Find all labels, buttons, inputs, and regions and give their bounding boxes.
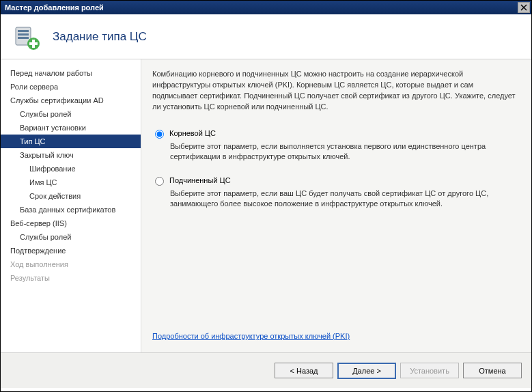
sidebar-item[interactable]: Подтверждение bbox=[1, 244, 141, 257]
sidebar-item: Ход выполнения bbox=[1, 257, 141, 271]
wizard-footer: < Назад Далее > Установить Отмена bbox=[1, 352, 531, 388]
sidebar-item[interactable]: Службы ролей bbox=[1, 107, 141, 121]
sidebar-item[interactable]: Службы сертификации AD bbox=[1, 94, 141, 107]
main-area: Перед началом работыРоли сервераСлужбы с… bbox=[1, 59, 531, 352]
radio-label: Корневой ЦС bbox=[169, 129, 216, 137]
svg-rect-4 bbox=[18, 33, 29, 36]
next-button[interactable]: Далее > bbox=[337, 363, 396, 379]
close-icon bbox=[520, 4, 527, 11]
intro-text: Комбинацию корневого и подчиненных ЦС мо… bbox=[152, 69, 516, 113]
pki-details-link[interactable]: Подробности об инфраструктуре открытых к… bbox=[152, 332, 516, 340]
content-panel: Комбинацию корневого и подчиненных ЦС мо… bbox=[141, 59, 531, 352]
radio-label: Подчиненный ЦС bbox=[169, 176, 231, 184]
titlebar: Мастер добавления ролей bbox=[1, 1, 531, 14]
ca-type-radio[interactable] bbox=[155, 130, 164, 139]
radio-description: Выберите этот параметр, если выполняется… bbox=[170, 141, 516, 163]
svg-rect-3 bbox=[18, 30, 29, 32]
wizard-sidebar: Перед началом работыРоли сервераСлужбы с… bbox=[1, 59, 141, 352]
sidebar-item[interactable]: Вариант установки bbox=[1, 121, 141, 135]
sidebar-item[interactable]: Роли сервера bbox=[1, 80, 141, 94]
sidebar-item[interactable]: Тип ЦС bbox=[1, 135, 141, 148]
sidebar-item[interactable]: Службы ролей bbox=[1, 230, 141, 244]
server-role-icon bbox=[13, 23, 40, 51]
sidebar-item[interactable]: Закрытый ключ bbox=[1, 148, 141, 162]
back-button[interactable]: < Назад bbox=[275, 363, 333, 378]
wizard-header: Задание типа ЦС bbox=[1, 14, 531, 59]
sidebar-item[interactable]: База данных сертификатов bbox=[1, 203, 141, 216]
install-button[interactable]: Установить bbox=[400, 363, 459, 378]
sidebar-item[interactable]: Имя ЦС bbox=[1, 176, 141, 189]
sidebar-item[interactable]: Срок действия bbox=[1, 189, 141, 203]
ca-type-radio-group: Корневой ЦСВыберите этот параметр, если … bbox=[155, 129, 516, 223]
cancel-button[interactable]: Отмена bbox=[463, 363, 522, 378]
sidebar-item[interactable]: Веб-сервер (IIS) bbox=[1, 216, 141, 230]
radio-description: Выберите этот параметр, если ваш ЦС буде… bbox=[170, 188, 516, 210]
radio-option: Корневой ЦС bbox=[155, 129, 516, 139]
svg-rect-5 bbox=[18, 37, 29, 39]
ca-type-radio[interactable] bbox=[155, 177, 164, 186]
sidebar-item: Результаты bbox=[1, 271, 141, 285]
page-title: Задание типа ЦС bbox=[53, 30, 147, 44]
sidebar-item[interactable]: Шифрование bbox=[1, 162, 141, 176]
svg-rect-8 bbox=[29, 42, 38, 45]
close-button[interactable] bbox=[518, 2, 530, 13]
sidebar-item[interactable]: Перед началом работы bbox=[1, 66, 141, 80]
window-title: Мастер добавления ролей bbox=[5, 3, 518, 12]
radio-option: Подчиненный ЦС bbox=[155, 176, 516, 186]
